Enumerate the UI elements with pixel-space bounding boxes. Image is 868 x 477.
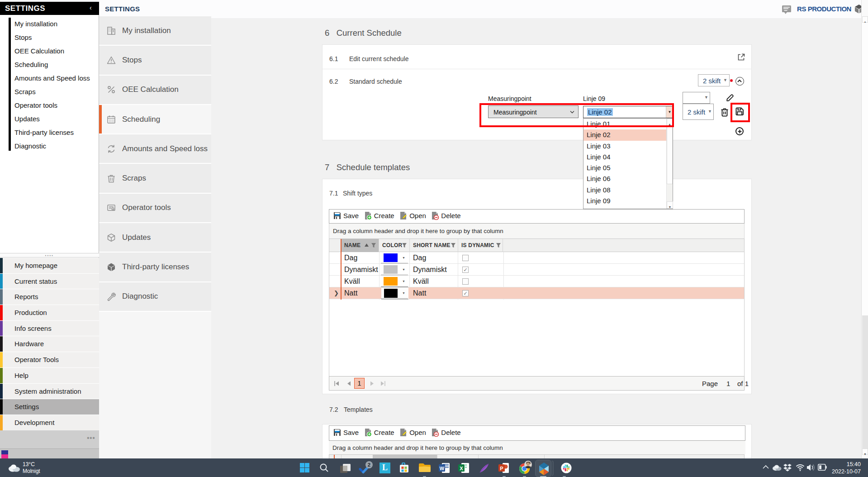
svg-text:P: P [500,466,503,471]
svg-text:X: X [460,466,463,471]
svg-text:W: W [440,466,445,471]
